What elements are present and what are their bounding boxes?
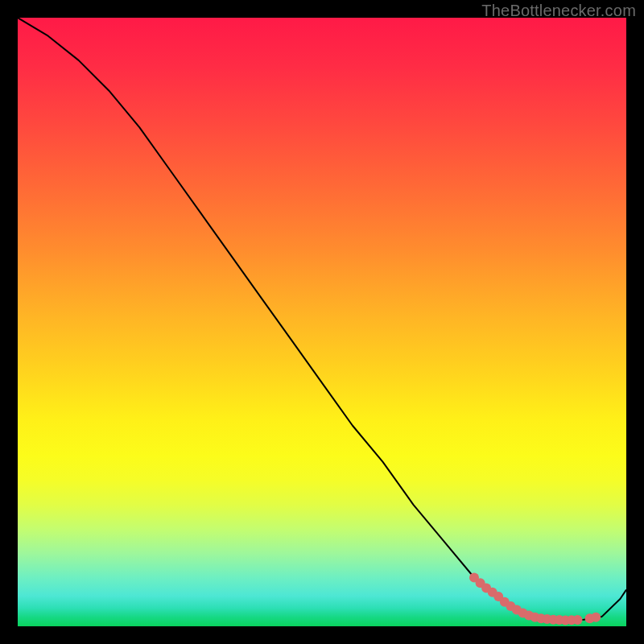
watermark-text: TheBottlenecker.com — [481, 2, 636, 20]
highlight-marker — [524, 610, 534, 620]
highlight-marker — [481, 583, 491, 592]
chart-stage: TheBottlenecker.com — [0, 0, 644, 644]
highlight-marker — [536, 613, 546, 623]
highlight-marker — [543, 614, 552, 624]
highlight-marker — [567, 615, 576, 625]
highlight-marker — [469, 573, 479, 583]
highlight-marker — [493, 592, 503, 601]
highlight-marker — [555, 615, 564, 625]
highlight-marker — [518, 608, 528, 617]
highlight-marker — [476, 578, 485, 588]
bottleneck-curve — [18, 18, 626, 620]
highlight-marker — [530, 613, 540, 622]
curve-layer — [18, 18, 626, 626]
highlight-marker — [585, 613, 595, 623]
highlight-marker — [560, 615, 570, 625]
highlight-marker — [591, 613, 601, 622]
highlight-marker — [573, 615, 583, 625]
highlight-marker — [512, 605, 522, 615]
plot-area — [18, 18, 626, 626]
highlight-marker — [548, 615, 558, 625]
highlight-marker — [506, 601, 515, 611]
highlight-marker — [488, 588, 497, 597]
highlight-marker — [500, 597, 510, 607]
